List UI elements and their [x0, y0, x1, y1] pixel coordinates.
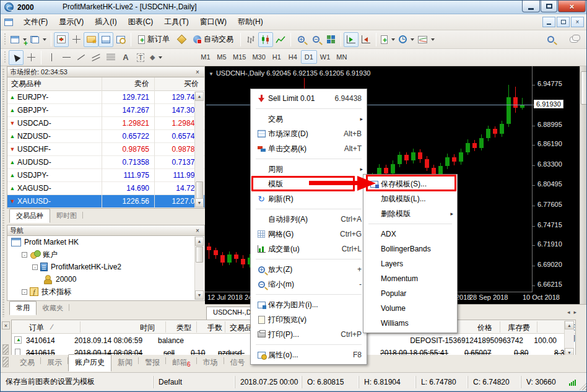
- resize-grip[interactable]: [579, 382, 587, 390]
- menu-item-成交量(u)[interactable]: 成交量(u)Ctrl+L: [251, 242, 367, 256]
- menu-插入(I)[interactable]: 插入(I): [89, 14, 122, 30]
- timeframe-H4-button[interactable]: H4: [285, 50, 301, 64]
- scroll-down-icon[interactable]: ▼: [195, 290, 204, 300]
- menu-item-Volume[interactable]: Volume: [363, 301, 457, 316]
- autotrading-button[interactable]: 自动交易: [189, 32, 238, 47]
- expander-minus-icon[interactable]: -: [32, 264, 38, 270]
- terminal-tab-新闻[interactable]: 新闻: [111, 355, 139, 371]
- timeframe-H1-button[interactable]: H1: [269, 50, 285, 64]
- terminal-scrollbar[interactable]: ▲ ▼: [564, 321, 574, 357]
- terminal-toggle-button[interactable]: [98, 32, 113, 47]
- navigator-scrollbar[interactable]: ▲ ▼: [194, 237, 204, 300]
- menu-窗口(W)[interactable]: 窗口(W): [194, 14, 232, 30]
- terminal-column-类型[interactable]: 类型: [176, 323, 191, 333]
- dock-grip[interactable]: [2, 344, 9, 355]
- market-row-NZDUSD-[interactable]: ▲NZDUSD-0.657220.65746: [7, 130, 204, 143]
- line-chart-button[interactable]: [273, 32, 288, 47]
- terminal-column-手数[interactable]: 手数: [207, 323, 222, 333]
- menu-工具(T)[interactable]: 工具(T): [159, 14, 194, 30]
- menu-item-Layers[interactable]: Layers: [363, 256, 457, 271]
- timeframe-M5-button[interactable]: M5: [214, 50, 230, 64]
- scrollbar-thumb[interactable]: [196, 246, 203, 263]
- trendline-tool-button[interactable]: [74, 50, 89, 65]
- zoom-in-button[interactable]: [294, 32, 308, 47]
- terminal-column-订单[interactable]: 订单: [29, 323, 44, 333]
- candlestick-chart-button[interactable]: [258, 32, 273, 47]
- menu-显示(V)[interactable]: 显示(V): [53, 14, 89, 30]
- zoom-out-button[interactable]: [308, 32, 323, 47]
- dock-grip[interactable]: [2, 357, 9, 367]
- menu-item-保存为图片(i)...[interactable]: 保存为图片(i)...: [251, 297, 367, 312]
- terminal-tab-账户历史[interactable]: 账户历史: [68, 354, 111, 372]
- menu-item-单击交易(k)[interactable]: 单击交易(k)Alt+T: [251, 141, 367, 156]
- chart-scrollbar[interactable]: [580, 66, 587, 304]
- terminal-column-库存费[interactable]: 库存费: [508, 323, 530, 333]
- column-header-ask[interactable]: 买价: [154, 79, 204, 89]
- chat-button[interactable]: [567, 32, 581, 47]
- menu-item-自动排列(A)[interactable]: 自动排列(A)Ctrl+A: [251, 212, 367, 227]
- tab-scroll-left-icon[interactable]: ◂: [567, 309, 570, 315]
- timeframe-MN-button[interactable]: MN: [333, 50, 350, 64]
- new-chart-button[interactable]: +: [9, 32, 28, 47]
- vertical-line-tool-button[interactable]: [44, 50, 59, 65]
- menu-item-Sell Limit 0.01[interactable]: Sell Limit 0.016.94438: [251, 91, 367, 106]
- auto-scroll-button[interactable]: [344, 32, 359, 47]
- cursor-tool-button[interactable]: [9, 50, 24, 65]
- timeframe-M1-button[interactable]: M1: [198, 50, 214, 64]
- menu-item-删除模版[interactable]: 删除模版▸: [363, 206, 457, 221]
- navigator-tab-收藏夹[interactable]: 收藏夹: [37, 302, 69, 315]
- menu-item-打印(P)...[interactable]: 打印(P)...Ctrl+P: [251, 327, 367, 342]
- tab-scroll-right-icon[interactable]: ▸: [573, 309, 576, 315]
- expander-minus-icon[interactable]: -: [22, 289, 27, 295]
- mdi-restore-button[interactable]: [557, 17, 570, 27]
- tile-windows-button[interactable]: [323, 32, 338, 47]
- navigator-item[interactable]: Profit Market HK: [7, 236, 204, 248]
- market-watch-scrollbar[interactable]: ▲ ▼: [194, 92, 204, 207]
- menu-item-打印预览(v)[interactable]: 打印预览(v): [251, 312, 367, 327]
- search-button[interactable]: [543, 32, 558, 47]
- timeframe-D1-button[interactable]: D1: [301, 50, 317, 64]
- menu-item-Momentum[interactable]: Momentum: [363, 271, 457, 286]
- terminal-close-button[interactable]: ×: [2, 321, 10, 329]
- minimize-button[interactable]: [522, 1, 540, 12]
- navigator-toggle-button[interactable]: [84, 32, 98, 47]
- menu-item-Williams[interactable]: Williams: [363, 316, 457, 331]
- menu-item-刷新(R)[interactable]: ↻刷新(R): [251, 191, 367, 206]
- terminal-column-时间[interactable]: 时间: [140, 323, 155, 333]
- scroll-up-icon[interactable]: ▲: [565, 321, 574, 329]
- terminal-tab-展示[interactable]: 展示: [41, 355, 68, 371]
- market-row-GBPJPY-[interactable]: ▲GBPJPY-147.267147.303: [7, 104, 204, 117]
- terminal-tab-市场[interactable]: 市场: [197, 355, 224, 371]
- market-watch-tab-即时图[interactable]: 即时图: [50, 209, 83, 222]
- maximize-button[interactable]: [541, 1, 557, 12]
- periods-button[interactable]: [397, 32, 416, 47]
- market-row-USDCHF-[interactable]: ▼USDCHF-0.987650.98786: [7, 143, 204, 156]
- market-row-USDJPY-[interactable]: ▲USDJPY-111.975111.993: [7, 169, 204, 182]
- data-window-button[interactable]: [69, 32, 84, 47]
- bar-chart-button[interactable]: [243, 32, 258, 47]
- terminal-column-价格[interactable]: 价格: [477, 323, 492, 333]
- chart-shift-button[interactable]: [359, 32, 373, 47]
- strategy-tester-button[interactable]: [113, 32, 128, 47]
- close-icon[interactable]: ×: [193, 227, 202, 235]
- menu-图表(C)[interactable]: 图表(C): [123, 14, 159, 30]
- crosshair-tool-button[interactable]: [24, 50, 38, 65]
- toolbar-grip[interactable]: [4, 33, 7, 46]
- market-row-EURJPY-[interactable]: ▲EURJPY-129.721129.743: [7, 91, 204, 104]
- terminal-tab-邮箱[interactable]: 邮箱6: [166, 355, 197, 371]
- toolbar-grip[interactable]: [4, 51, 7, 64]
- indicators-button[interactable]: +: [379, 32, 397, 47]
- scroll-up-icon[interactable]: ▲: [195, 92, 204, 101]
- navigator-item[interactable]: -f技术指标: [7, 285, 204, 298]
- new-order-button[interactable]: +新订单: [134, 32, 174, 47]
- navigator-tab-常用[interactable]: 常用: [9, 301, 37, 315]
- horizontal-line-tool-button[interactable]: [59, 50, 74, 65]
- profiles-button[interactable]: [28, 32, 48, 47]
- column-header-bid[interactable]: 卖价: [102, 79, 154, 89]
- market-row-XAGUSD-[interactable]: ▲XAGUSD-14.69014.729: [7, 182, 204, 195]
- menu-item-属性(o)...[interactable]: 属性(o)...F8: [251, 347, 367, 362]
- menu-item-Popular[interactable]: Popular: [363, 286, 457, 301]
- mdi-minimize-button[interactable]: [542, 17, 555, 27]
- menu-item-放大(Z)[interactable]: 放大(Z)+: [251, 262, 367, 277]
- market-watch-toggle-button[interactable]: [54, 32, 69, 47]
